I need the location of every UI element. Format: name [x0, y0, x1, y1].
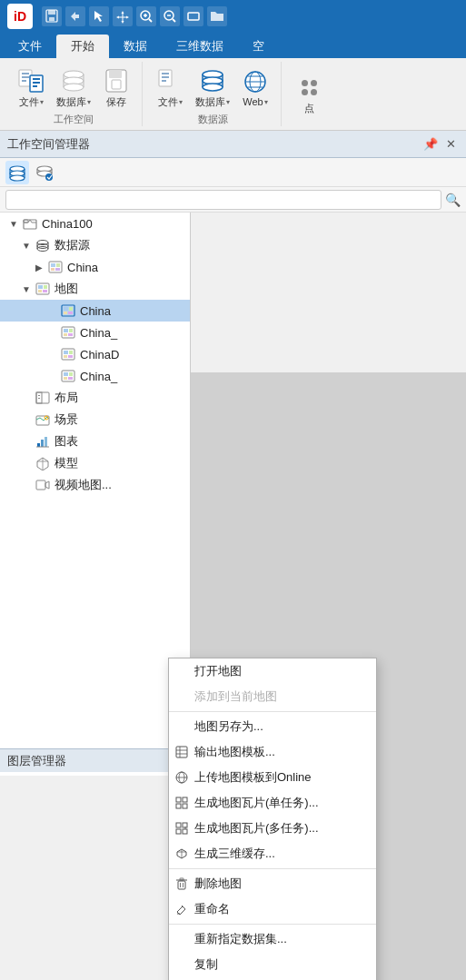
rect-icon[interactable] — [183, 6, 203, 26]
svg-rect-50 — [56, 263, 60, 267]
svg-rect-1 — [48, 10, 55, 15]
ribbon-file-ds-btn[interactable]: 文件 ▾ — [152, 64, 188, 111]
zoom-in-icon[interactable] — [136, 6, 156, 26]
ctx-delete-map[interactable]: 删除地图 — [169, 871, 376, 896]
search-input[interactable] — [5, 190, 441, 210]
pin-button[interactable]: 📌 — [422, 136, 439, 153]
dots-group: 点 — [283, 62, 334, 126]
expand-datasource[interactable]: ▼ — [20, 239, 33, 252]
icon-datasource — [35, 237, 51, 253]
tree-item-chinad[interactable]: ChinaD — [0, 343, 190, 365]
svg-point-39 — [10, 175, 25, 181]
svg-rect-60 — [69, 307, 73, 311]
ctx-gen-3d-cache[interactable]: 生成三维缓存... — [169, 841, 376, 866]
tree-item-video[interactable]: 视频地图... — [0, 474, 190, 496]
ctx-open-map[interactable]: 打开地图 — [169, 658, 376, 684]
ctx-upload-icon — [174, 770, 189, 785]
ctx-gen-tile-multi[interactable]: 生成地图瓦片(多任务)... — [169, 816, 376, 841]
bottom-panel-label: 图层管理器 — [7, 753, 66, 769]
ctx-copy[interactable]: 复制 — [169, 952, 376, 977]
app-logo: iD — [7, 4, 33, 29]
ribbon-db-btn[interactable]: 数据库 ▾ — [53, 64, 94, 111]
tree-item-scene[interactable]: 场景 — [0, 409, 190, 431]
ctx-add-to-current[interactable]: 添加到当前地图 — [169, 684, 376, 709]
expand-model — [20, 457, 33, 470]
tree-item-model[interactable]: 模型 — [0, 452, 190, 474]
tree-item-china3[interactable]: China_ — [0, 365, 190, 387]
svg-rect-102 — [176, 829, 181, 834]
svg-rect-59 — [64, 307, 68, 311]
tab-data[interactable]: 数据 — [109, 35, 162, 58]
ribbon-web-btn[interactable]: Web ▾ — [237, 65, 273, 109]
label-china2: China_ — [80, 326, 117, 340]
bottom-panel: 图层管理器 — [0, 748, 191, 772]
ctx-upload-template[interactable]: 上传地图模板到Online — [169, 765, 376, 790]
expand-china100[interactable]: ▼ — [7, 217, 20, 230]
tree-item-datasource[interactable]: ▼ 数据源 — [0, 234, 190, 256]
tree-item-layout[interactable]: 布局 — [0, 387, 190, 409]
svg-point-21 — [64, 84, 84, 91]
ctx-reassign[interactable]: 重新指定数据集... — [169, 926, 376, 952]
workspace-group-items: 文件 ▾ 数据库 ▾ 保存 — [13, 64, 134, 111]
db-datasource-icon — [198, 66, 227, 95]
close-panel-button[interactable]: ✕ — [442, 136, 459, 153]
panel-tabs — [0, 158, 466, 187]
icon-layout — [35, 390, 51, 406]
tree-item-china-ds[interactable]: ▶ China — [0, 256, 190, 278]
svg-rect-56 — [38, 290, 42, 292]
svg-rect-75 — [69, 372, 73, 376]
svg-rect-54 — [38, 285, 43, 289]
db-workspace-icon — [59, 66, 88, 95]
zoom-out-icon[interactable] — [160, 6, 180, 26]
ctx-reassign-label: 重新指定数据集... — [194, 931, 287, 947]
db-workspace-label: 数据库 ▾ — [56, 95, 91, 109]
expand-map-group[interactable]: ▼ — [20, 282, 33, 295]
tree-item-china2[interactable]: China_ — [0, 322, 190, 343]
svg-rect-18 — [33, 85, 37, 87]
label-china3: China_ — [80, 370, 117, 383]
ribbon-file-btn[interactable]: 文件 ▾ — [13, 64, 49, 111]
tree-item-china100[interactable]: ▼ China100 — [0, 213, 190, 234]
dots-btn[interactable]: 点 — [291, 71, 327, 117]
return-icon[interactable] — [65, 6, 85, 26]
save-icon[interactable] — [42, 6, 62, 26]
svg-rect-71 — [64, 355, 67, 358]
svg-rect-51 — [51, 268, 55, 271]
ctx-tile-multi-icon — [174, 821, 189, 836]
ctx-sep1 — [169, 711, 376, 712]
svg-rect-70 — [69, 351, 73, 354]
dots-label: 点 — [304, 102, 314, 115]
tree-item-map-group[interactable]: ▼ 地图 — [0, 278, 190, 300]
ribbon-db-ds-btn[interactable]: 数据库 ▾ — [192, 64, 233, 111]
svg-rect-80 — [38, 395, 40, 396]
tab-start[interactable]: 开始 — [56, 35, 109, 58]
ctx-rename-icon — [174, 902, 189, 916]
workspace-tab-2[interactable] — [33, 161, 56, 184]
tab-3d-data[interactable]: 三维数据 — [162, 35, 238, 58]
expand-china-ds[interactable]: ▶ — [33, 261, 45, 273]
svg-rect-26 — [162, 73, 169, 74]
ribbon-save-btn[interactable]: 保存 — [98, 64, 134, 111]
search-icon[interactable]: 🔍 — [445, 193, 461, 207]
select-icon[interactable] — [89, 6, 109, 26]
ctx-save-as-label: 地图另存为... — [194, 718, 263, 735]
folder-icon[interactable] — [207, 6, 227, 26]
svg-rect-104 — [178, 881, 185, 889]
file-ds-label: 文件 ▾ — [158, 95, 183, 109]
db-ds-arrow: ▾ — [226, 98, 230, 106]
tree-item-chart[interactable]: 图表 — [0, 431, 190, 452]
tab-file[interactable]: 文件 — [4, 35, 56, 58]
ctx-gen-tile-single[interactable]: 生成地图瓦片(单任务)... — [169, 790, 376, 816]
ctx-export-template[interactable]: 输出地图模板... — [169, 739, 376, 765]
pan-icon[interactable] — [113, 6, 133, 26]
tab-extra[interactable]: 空 — [238, 35, 279, 58]
expand-chinad — [45, 348, 58, 361]
title-bar: iD — [0, 0, 466, 33]
svg-rect-100 — [176, 823, 181, 827]
tree-item-china-map[interactable]: China — [0, 300, 190, 322]
datasource-group-label: 数据源 — [198, 113, 228, 126]
ctx-save-as[interactable]: 地图另存为... — [169, 714, 376, 739]
icon-map-group — [35, 281, 51, 297]
workspace-tab-1[interactable] — [5, 161, 29, 184]
ctx-rename[interactable]: 重命名 — [169, 896, 376, 922]
